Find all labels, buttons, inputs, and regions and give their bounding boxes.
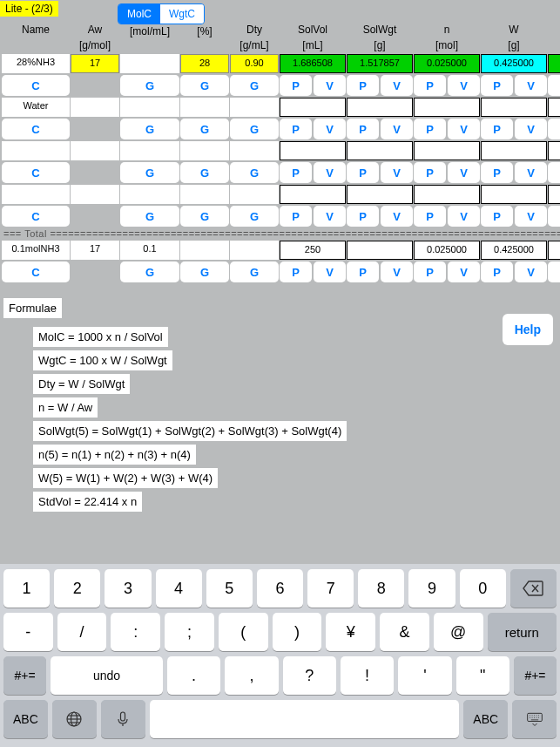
row2-G-button[interactable]: G — [230, 162, 279, 183]
row2-wgtc-cell[interactable] — [180, 141, 229, 160]
row3-wgtc-cell[interactable] — [180, 185, 229, 204]
seg-wgtc[interactable]: WgtC — [160, 4, 204, 24]
total-name[interactable]: 0.1molNH3 — [2, 241, 70, 260]
row1-solvol-cell[interactable] — [280, 98, 346, 117]
globe-key[interactable] — [52, 700, 97, 738]
key-8[interactable]: 8 — [358, 569, 404, 608]
key-sym[interactable]: . — [167, 656, 220, 695]
row2-P-button[interactable]: P — [481, 162, 513, 183]
total-P-button[interactable]: P — [414, 261, 446, 282]
row2-V-button[interactable]: V — [448, 162, 480, 183]
row1-P-button[interactable]: P — [481, 119, 513, 139]
key-sym[interactable]: " — [456, 656, 509, 695]
row0-P-button[interactable]: P — [414, 75, 446, 96]
row2-C-button[interactable]: C — [2, 162, 70, 183]
mic-key[interactable] — [101, 700, 145, 738]
row1-V-button[interactable]: V — [314, 119, 346, 139]
row2-P-button[interactable]: P — [280, 162, 312, 183]
total-P-button[interactable]: P — [280, 261, 312, 282]
row0-P-button[interactable]: P — [347, 75, 379, 96]
key-sym[interactable]: ! — [341, 656, 394, 695]
row1-n-cell[interactable] — [414, 98, 480, 117]
row1-aw-cell[interactable] — [71, 98, 119, 117]
row3-P-button[interactable]: P — [414, 206, 446, 227]
total-aw[interactable]: 17 — [71, 241, 119, 260]
row2-molc-cell[interactable] — [120, 141, 179, 160]
row3-C-button[interactable]: C — [2, 206, 70, 227]
row0-V-button[interactable]: V — [448, 75, 480, 96]
row3-G-button[interactable]: G — [120, 206, 179, 227]
key-0[interactable]: 0 — [460, 569, 506, 608]
total-G-button[interactable]: G — [180, 261, 229, 282]
total-dty[interactable] — [230, 241, 279, 260]
key-1[interactable]: 1 — [3, 569, 50, 608]
row1-G-button[interactable]: G — [120, 119, 179, 139]
hide-keyboard-key[interactable] — [512, 700, 557, 738]
row1-solwgt-cell[interactable] — [347, 98, 413, 117]
total-V-button[interactable]: V — [314, 261, 346, 282]
row0-dty-cell[interactable]: 0.90 — [230, 54, 279, 73]
total-P-button[interactable]: P — [481, 261, 513, 282]
row0-solwgt-cell[interactable]: 1.517857 — [347, 54, 413, 73]
key-sym[interactable]: : — [111, 613, 160, 651]
key-2[interactable]: 2 — [54, 569, 100, 608]
key-9[interactable]: 9 — [408, 569, 455, 608]
space-key[interactable] — [150, 700, 460, 738]
total-P-button[interactable]: P — [347, 261, 379, 282]
backspace-key[interactable] — [510, 569, 557, 608]
total-G-button[interactable]: G — [120, 261, 179, 282]
row3-aw-cell[interactable] — [71, 185, 119, 204]
abc-key-left[interactable]: ABC — [3, 700, 48, 738]
row2-P-button[interactable]: P — [414, 162, 446, 183]
total-wgtc[interactable] — [180, 241, 229, 260]
row2-V-button[interactable]: V — [515, 162, 547, 183]
row2-n-cell[interactable] — [414, 141, 480, 160]
row0-V-button[interactable]: V — [314, 75, 346, 96]
row0-G-button[interactable]: G — [230, 75, 279, 96]
row3-solwgt-cell[interactable] — [347, 185, 413, 204]
row1-P-button[interactable]: P — [414, 119, 446, 139]
row0-P-button[interactable]: P — [481, 75, 513, 96]
row2-aw-cell[interactable] — [71, 141, 119, 160]
row3-G-button[interactable]: G — [230, 206, 279, 227]
row2-G-button[interactable]: G — [120, 162, 179, 183]
row0-stdvol-cell[interactable]: 0.560350 — [548, 54, 560, 73]
total-molc[interactable]: 0.1 — [120, 241, 179, 260]
row2-G-button[interactable]: G — [180, 162, 229, 183]
undo-key[interactable]: undo — [51, 656, 163, 695]
key-sym[interactable]: ' — [398, 656, 451, 695]
row1-molc-cell[interactable] — [120, 98, 179, 117]
row1-wgtc-cell[interactable] — [180, 98, 229, 117]
row0-G-button[interactable]: G — [120, 75, 179, 96]
row3-P-button[interactable]: P — [347, 206, 379, 227]
total-V-button[interactable]: V — [448, 261, 480, 282]
key-sym[interactable]: ¥ — [326, 613, 375, 651]
row1-dty-cell[interactable] — [230, 98, 279, 117]
row1-w-cell[interactable] — [481, 98, 547, 117]
row3-P-button[interactable]: P — [280, 206, 312, 227]
row2-V-button[interactable]: V — [314, 162, 346, 183]
row0-C-button[interactable]: C — [2, 75, 70, 96]
row2-V-button[interactable]: V — [381, 162, 413, 183]
total-V-button[interactable]: V — [381, 261, 413, 282]
row0-w-cell[interactable]: 0.425000 — [481, 54, 547, 73]
seg-molc[interactable]: MolC — [118, 4, 160, 24]
row3-P-button[interactable]: P — [548, 206, 560, 227]
key-5[interactable]: 5 — [206, 569, 253, 608]
symbols-key-right[interactable]: #+= — [514, 656, 557, 695]
row0-V-button[interactable]: V — [515, 75, 547, 96]
key-sym[interactable]: ; — [165, 613, 214, 651]
row1-G-button[interactable]: G — [230, 119, 279, 139]
symbols-key-left[interactable]: #+= — [3, 656, 46, 695]
total-stdvol[interactable]: 0.560350 — [548, 241, 560, 260]
key-sym[interactable]: ? — [283, 656, 336, 695]
row2-dty-cell[interactable] — [230, 141, 279, 160]
total-w[interactable]: 0.425000 — [481, 241, 547, 260]
key-sym[interactable]: , — [225, 656, 278, 695]
key-7[interactable]: 7 — [307, 569, 354, 608]
row1-V-button[interactable]: V — [515, 119, 547, 139]
row1-V-button[interactable]: V — [448, 119, 480, 139]
key-sym[interactable]: @ — [434, 613, 483, 651]
row3-G-button[interactable]: G — [180, 206, 229, 227]
row3-stdvol-cell[interactable] — [548, 185, 560, 204]
